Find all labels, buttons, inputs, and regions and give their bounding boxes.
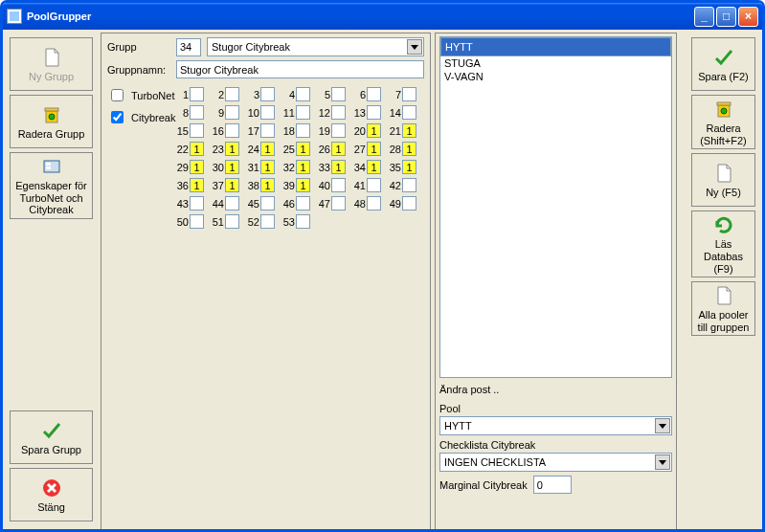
grid-cell-44: 44: [210, 196, 239, 211]
grid-cell-41: 41: [351, 178, 381, 192]
cell-input[interactable]: [260, 196, 275, 211]
radera-shiftf2-button[interactable]: Radera (Shift+F2): [691, 95, 755, 149]
cell-input[interactable]: 1: [260, 160, 275, 174]
cell-input[interactable]: [296, 123, 310, 138]
svg-point-2: [49, 114, 55, 120]
grid-cell-52: 52: [245, 214, 275, 229]
spara-f2-button[interactable]: Spara (F2): [691, 37, 755, 91]
cell-input[interactable]: 1: [296, 178, 310, 192]
cell-input[interactable]: [296, 87, 310, 101]
cell-input[interactable]: [402, 196, 416, 211]
alla-pooler-button[interactable]: Alla pooler till gruppen: [691, 281, 755, 336]
cell-input[interactable]: 1: [260, 178, 275, 192]
cell-number: 20: [351, 125, 366, 137]
list-item[interactable]: STUGA: [440, 56, 671, 70]
cell-input[interactable]: [190, 87, 204, 101]
cell-input[interactable]: 1: [367, 123, 381, 138]
cell-input[interactable]: [260, 214, 275, 229]
cell-input[interactable]: [225, 87, 239, 101]
list-item[interactable]: HYTT: [440, 37, 671, 56]
cell-input[interactable]: 1: [225, 160, 239, 174]
cell-number: 17: [245, 125, 259, 137]
cell-input[interactable]: 1: [367, 160, 381, 174]
cell-input[interactable]: 1: [225, 178, 239, 192]
citybreak-checkbox[interactable]: [111, 111, 124, 123]
cell-number: 47: [316, 198, 330, 210]
cell-input[interactable]: [367, 178, 381, 192]
cell-number: 19: [316, 125, 330, 137]
cell-input[interactable]: 1: [190, 178, 204, 192]
cell-input[interactable]: [225, 196, 239, 211]
cell-input[interactable]: [260, 123, 275, 138]
cell-input[interactable]: 1: [296, 142, 310, 156]
cell-input[interactable]: [402, 105, 416, 120]
button-label: Ny Grupp: [29, 71, 74, 83]
pool-select[interactable]: HYTT: [439, 416, 672, 435]
cell-input[interactable]: 1: [190, 142, 204, 156]
cell-input[interactable]: 1: [402, 142, 416, 156]
cell-input[interactable]: [367, 87, 381, 101]
ny-f5-button[interactable]: Ny (F5): [691, 153, 755, 207]
spara-grupp-button[interactable]: Spara Grupp: [10, 410, 93, 464]
grid-cell-29: 291: [174, 160, 204, 174]
cell-input[interactable]: [260, 105, 275, 120]
stang-button[interactable]: Stäng: [10, 468, 93, 521]
grupp-number-input[interactable]: [176, 38, 201, 56]
cell-input[interactable]: [190, 105, 204, 120]
cell-input[interactable]: [367, 196, 381, 211]
cell-input[interactable]: [367, 105, 381, 120]
grid-cell-51: 51: [210, 214, 239, 229]
cell-number: 53: [281, 216, 295, 228]
cell-input[interactable]: [190, 123, 204, 138]
radera-grupp-button[interactable]: Radera Grupp: [10, 95, 93, 148]
gruppnamn-input[interactable]: [176, 60, 424, 78]
minimize-button[interactable]: _: [694, 7, 714, 27]
pool-panel: HYTTSTUGAV-VAGN Ändra post .. Pool HYTT …: [435, 33, 677, 530]
cell-input[interactable]: [296, 196, 310, 211]
cell-input[interactable]: 1: [367, 142, 381, 156]
turbonet-checkbox[interactable]: [111, 89, 124, 101]
cell-input[interactable]: [331, 123, 346, 138]
ny-grupp-button[interactable]: Ny Grupp: [10, 37, 93, 91]
cell-input[interactable]: [190, 196, 204, 211]
cell-input[interactable]: [402, 178, 416, 192]
cell-input[interactable]: 1: [225, 142, 239, 156]
cell-input[interactable]: [296, 214, 310, 229]
cell-input[interactable]: 1: [402, 160, 416, 174]
list-item[interactable]: V-VAGN: [440, 70, 671, 83]
cell-input[interactable]: 1: [260, 142, 275, 156]
marginal-input[interactable]: [533, 476, 572, 494]
cell-input[interactable]: 1: [331, 160, 346, 174]
maximize-button[interactable]: □: [716, 7, 736, 27]
cell-number: 14: [387, 107, 401, 119]
cell-input[interactable]: 1: [331, 142, 346, 156]
cell-input[interactable]: 1: [296, 160, 310, 174]
cell-input[interactable]: [190, 214, 204, 229]
cell-number: 33: [316, 162, 330, 173]
grid-cell-46: 46: [281, 196, 310, 211]
close-button[interactable]: ×: [738, 7, 758, 27]
cell-input[interactable]: 1: [402, 123, 416, 138]
cell-input[interactable]: [331, 196, 346, 211]
las-databas-button[interactable]: Läs Databas (F9): [691, 211, 755, 277]
checklista-select[interactable]: INGEN CHECKLISTA: [439, 453, 672, 472]
cell-input[interactable]: [225, 214, 239, 229]
cell-number: 21: [387, 125, 401, 137]
cell-input[interactable]: [225, 105, 239, 120]
marginal-label: Marginal Citybreak: [439, 479, 528, 491]
cell-input[interactable]: [260, 87, 275, 101]
cell-input[interactable]: [402, 87, 416, 101]
cell-input[interactable]: 1: [190, 160, 204, 174]
button-label: Radera Grupp: [18, 128, 85, 141]
grupp-select[interactable]: Stugor Citybreak: [207, 37, 424, 56]
cell-input[interactable]: [225, 123, 239, 138]
citybreak-text: Citybreak: [131, 112, 175, 123]
cell-input[interactable]: [331, 105, 346, 120]
pool-listbox[interactable]: HYTTSTUGAV-VAGN: [439, 36, 672, 378]
egenskaper-button[interactable]: Egenskaper för TurboNet och Citybreak: [10, 152, 93, 219]
cell-input[interactable]: [331, 178, 346, 192]
cell-input[interactable]: [296, 105, 310, 120]
cell-number: 42: [387, 180, 401, 191]
cell-input[interactable]: [331, 87, 346, 101]
button-label: Spara Grupp: [21, 444, 81, 456]
